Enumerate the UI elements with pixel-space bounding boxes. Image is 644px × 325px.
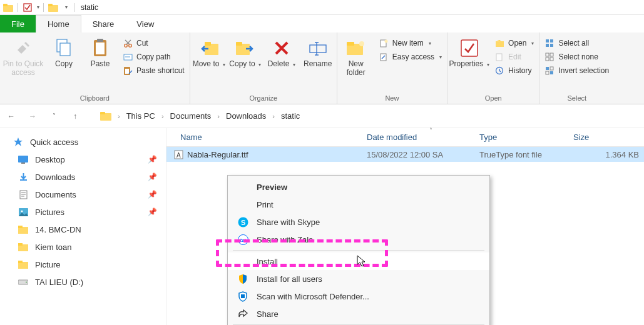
history-button[interactable]: History (491, 65, 538, 76)
separator (18, 3, 18, 12)
name-column-header[interactable]: Name (166, 132, 367, 142)
share-zalo-menu-item[interactable]: Zalo Share with Zalo (228, 231, 489, 248)
copy-icon (53, 38, 74, 59)
move-to-button[interactable]: Move to ▾ (192, 35, 227, 71)
type-column-header[interactable]: Type (479, 132, 573, 142)
print-menu-item[interactable]: Print (228, 196, 489, 213)
recent-dropdown[interactable]: ˅ (46, 109, 61, 124)
sidebar-item-pictures[interactable]: Pictures📌 (0, 203, 166, 221)
path-icon (123, 52, 133, 62)
folder-icon (18, 224, 29, 235)
breadcrumb: This PC› Documents› Downloads› static (126, 111, 300, 121)
properties-icon[interactable] (22, 2, 33, 13)
copy-to-button[interactable]: Copy to ▾ (228, 35, 263, 71)
svg-rect-27 (496, 41, 504, 47)
ribbon: Pin to Quick access Copy Paste Cut Copy … (0, 32, 644, 104)
download-icon (18, 171, 29, 182)
cut-button[interactable]: Cut (119, 38, 188, 49)
up-button[interactable]: ↑ (68, 109, 83, 124)
file-tab[interactable]: File (0, 15, 36, 32)
edit-button[interactable]: Edit (491, 51, 538, 62)
properties-icon (459, 38, 480, 59)
drive-icon (18, 276, 29, 288)
pictures-icon (18, 206, 29, 218)
svg-rect-32 (546, 44, 549, 47)
share-menu-item[interactable]: Share (228, 305, 489, 322)
invert-selection-button[interactable]: Invert selection (541, 65, 613, 76)
open-group: Properties ▾ Open▾ Edit History Open (447, 32, 539, 104)
clipboard-group: Pin to Quick access Copy Paste Cut Copy … (0, 32, 190, 104)
share-tab[interactable]: Share (81, 15, 126, 32)
blank-icon (237, 198, 249, 211)
size-column-header[interactable]: Size (573, 132, 644, 142)
sidebar-item-downloads[interactable]: Downloads📌 (0, 168, 166, 186)
separator (74, 3, 74, 12)
select-all-button[interactable]: Select all (541, 38, 613, 49)
properties-button[interactable]: Properties ▾ (449, 35, 489, 71)
new-item-button[interactable]: New item▾ (375, 38, 446, 49)
pin-to-quick-button[interactable]: Pin to Quick access (1, 35, 45, 80)
pin-icon: 📌 (148, 155, 157, 164)
sidebar-item-drive[interactable]: TAI LIEU (D:) (0, 273, 166, 291)
sidebar-item-documents[interactable]: Documents📌 (0, 186, 166, 203)
delete-button[interactable]: Delete ▾ (264, 35, 299, 71)
paste-shortcut-button[interactable]: Paste shortcut (119, 65, 188, 76)
scan-menu-item[interactable]: Scan with Microsoft Defender... (228, 288, 489, 305)
breadcrumb-item[interactable]: static (281, 111, 300, 121)
chevron-right-icon[interactable]: › (118, 112, 120, 120)
pin-icon: 📌 (148, 208, 157, 216)
sidebar-item-folder[interactable]: Picture (0, 256, 166, 273)
date-column-header[interactable]: Date modified (367, 132, 479, 142)
open-button[interactable]: Open▾ (491, 38, 538, 49)
breadcrumb-item[interactable]: Documents (170, 111, 212, 121)
svg-rect-21 (347, 42, 354, 46)
file-row[interactable]: A Nabla-Regular.ttf 15/08/2022 12:00 SA … (166, 147, 644, 162)
view-tab[interactable]: View (125, 15, 165, 32)
quick-access-header[interactable]: Quick access (0, 133, 166, 151)
paste-button[interactable]: Paste (83, 35, 118, 71)
sidebar-item-desktop[interactable]: Desktop📌 (0, 151, 166, 168)
rename-button[interactable]: Rename (300, 35, 335, 71)
new-folder-button[interactable]: New folder (339, 35, 374, 80)
scissors-icon (123, 38, 133, 48)
skype-icon: S (237, 216, 249, 228)
svg-rect-41 (550, 71, 553, 74)
shortcut-icon (123, 66, 133, 76)
install-all-menu-item[interactable]: Install for all users (228, 270, 489, 288)
svg-rect-33 (550, 44, 553, 47)
svg-text:S: S (241, 219, 245, 226)
copy-path-button[interactable]: Copy path (119, 51, 188, 62)
pin-icon: 📌 (148, 172, 157, 181)
breadcrumb-item[interactable]: Downloads (226, 111, 266, 121)
install-menu-item[interactable]: Install (228, 252, 489, 270)
sidebar-item-folder[interactable]: 14. BMC-DN (0, 221, 166, 238)
svg-rect-50 (18, 226, 23, 228)
address-bar: ← → ˅ ↑ › This PC› Documents› Downloads›… (0, 104, 644, 128)
svg-rect-54 (18, 261, 23, 263)
breadcrumb-item[interactable]: This PC (126, 111, 155, 121)
svg-rect-30 (546, 39, 549, 42)
new-folder-icon (345, 38, 367, 59)
desktop-icon (18, 154, 29, 165)
back-button[interactable]: ← (4, 109, 19, 124)
svg-point-10 (124, 44, 127, 47)
forward-button[interactable]: → (25, 109, 40, 124)
svg-rect-35 (550, 53, 553, 56)
overflow-icon[interactable]: ▾ (63, 4, 70, 10)
share-skype-menu-item[interactable]: S Share with Skype (228, 213, 489, 231)
sidebar-item-folder[interactable]: Kiem toan (0, 238, 166, 256)
share-icon (237, 308, 249, 320)
dropdown-icon[interactable]: ▾ (37, 4, 39, 10)
preview-menu-item[interactable]: Preview (228, 178, 489, 196)
easy-access-button[interactable]: Easy access▾ (375, 51, 446, 62)
copy-button[interactable]: Copy (46, 35, 81, 71)
delete-icon (271, 38, 292, 59)
select-none-button[interactable]: Select none (541, 51, 613, 62)
svg-rect-31 (550, 39, 553, 42)
clipboard-mini-stack: Cut Copy path Paste shortcut (119, 35, 188, 76)
home-tab[interactable]: Home (36, 15, 81, 32)
file-name: Nabla-Regular.ttf (187, 150, 248, 159)
svg-rect-18 (236, 42, 242, 46)
svg-rect-2 (24, 4, 31, 11)
blank-icon (237, 255, 249, 268)
